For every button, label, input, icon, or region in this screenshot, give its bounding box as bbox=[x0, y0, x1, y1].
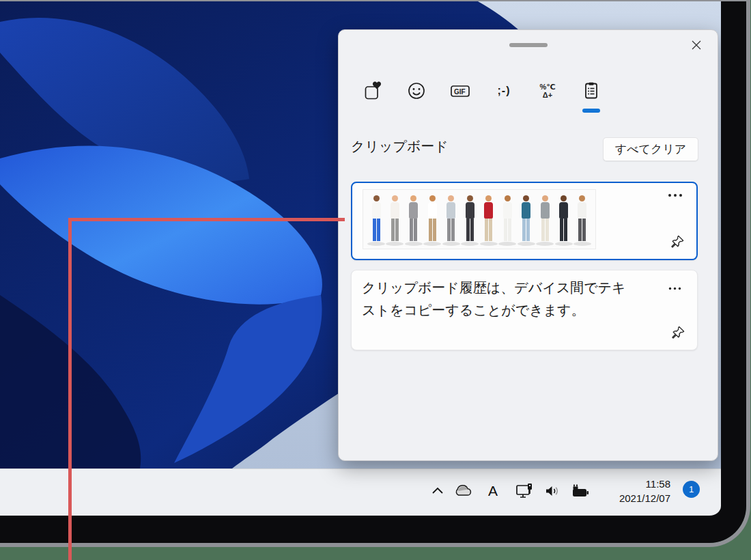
notification-count-badge[interactable]: 1 bbox=[683, 481, 700, 498]
item-more-options-button[interactable] bbox=[668, 193, 683, 198]
tab-symbols[interactable]: %℃ Δ+ bbox=[536, 79, 559, 102]
clipboard-text-content: クリップボード履歴は、デバイス間でテキストをコピーすることができます。 bbox=[362, 277, 629, 322]
clipboard-history-panel: GIF ;-) %℃ Δ+ bbox=[338, 29, 718, 461]
input-panel-tabs: GIF ;-) %℃ Δ+ bbox=[361, 79, 603, 102]
kaomoji-glyph: ;-) bbox=[498, 85, 511, 97]
speaker-volume-icon[interactable] bbox=[541, 481, 565, 501]
tab-gif[interactable]: GIF bbox=[449, 79, 472, 102]
more-options-icon bbox=[668, 193, 683, 197]
annotated-screenshot: A bbox=[0, 0, 751, 560]
clipboard-image-thumbnail bbox=[363, 189, 596, 249]
taskbar-clock[interactable]: 11:58 2021/12/07 bbox=[586, 477, 670, 505]
onedrive-cloud-icon[interactable] bbox=[451, 481, 475, 501]
item-more-options-button[interactable] bbox=[668, 285, 683, 291]
person-figure bbox=[369, 195, 383, 243]
panel-drag-handle[interactable] bbox=[509, 43, 548, 47]
clear-all-button[interactable]: すべてクリア bbox=[603, 137, 698, 161]
taskbar: A bbox=[0, 468, 721, 516]
clipboard-icon bbox=[581, 81, 601, 101]
ime-label: A bbox=[488, 483, 498, 499]
person-figure bbox=[425, 195, 439, 243]
clear-all-label: すべてクリア bbox=[615, 141, 686, 157]
tab-recently-used[interactable] bbox=[361, 79, 384, 102]
person-figure bbox=[463, 195, 477, 243]
gif-icon: GIF bbox=[449, 81, 471, 101]
person-figure bbox=[520, 195, 533, 243]
emoji-smiley-icon bbox=[406, 81, 427, 101]
clipboard-item-image[interactable] bbox=[351, 182, 698, 260]
svg-text:GIF: GIF bbox=[454, 88, 466, 96]
tray-chevron-up-icon[interactable] bbox=[425, 481, 450, 501]
clock-time: 11:58 bbox=[586, 477, 670, 491]
annotation-line-vertical bbox=[68, 218, 72, 560]
more-options-icon bbox=[668, 287, 681, 290]
pin-icon bbox=[670, 234, 685, 249]
close-button[interactable] bbox=[688, 36, 705, 54]
tab-clipboard[interactable] bbox=[580, 79, 603, 102]
annotation-line-horizontal bbox=[68, 218, 345, 221]
recently-used-icon bbox=[363, 81, 383, 101]
item-pin-button[interactable] bbox=[670, 324, 686, 341]
monitor-screen: A bbox=[0, 1, 721, 516]
item-pin-button[interactable] bbox=[669, 234, 685, 250]
clock-date: 2021/12/07 bbox=[586, 491, 670, 505]
person-figure bbox=[444, 195, 458, 243]
badge-count: 1 bbox=[689, 484, 694, 494]
pin-icon bbox=[670, 325, 685, 340]
person-figure bbox=[407, 195, 421, 243]
person-figure bbox=[538, 195, 552, 243]
tab-emoji[interactable] bbox=[405, 79, 428, 102]
tab-kaomoji[interactable]: ;-) bbox=[492, 79, 515, 102]
person-figure bbox=[388, 195, 401, 243]
clipboard-item-text[interactable]: クリップボード履歴は、デバイス間でテキストをコピーすることができます。 bbox=[351, 270, 698, 350]
symbols-glyph: %℃ Δ+ bbox=[539, 83, 555, 99]
person-figure bbox=[576, 195, 589, 243]
person-figure bbox=[482, 195, 496, 243]
close-icon bbox=[689, 38, 704, 53]
display-device-icon[interactable] bbox=[513, 481, 537, 501]
panel-title: クリップボード bbox=[351, 137, 449, 156]
person-figure bbox=[557, 195, 571, 243]
person-figure bbox=[500, 195, 514, 243]
ime-mode-indicator[interactable]: A bbox=[481, 481, 505, 501]
